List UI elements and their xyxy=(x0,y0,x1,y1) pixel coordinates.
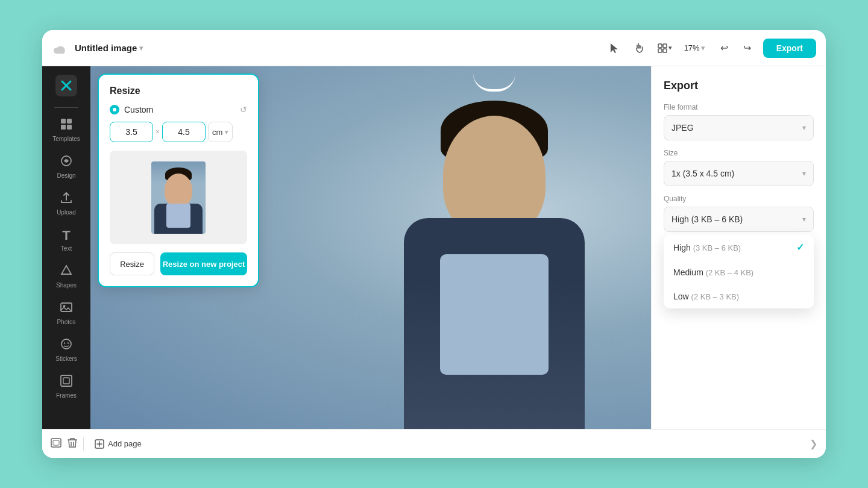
export-panel-title: Export xyxy=(664,80,814,92)
design-label: Design xyxy=(57,172,75,179)
grid-tool-button[interactable]: ▾ xyxy=(654,37,676,59)
resize-inputs: × cm ▾ xyxy=(110,122,247,142)
sidebar-item-stickers[interactable]: Stickers xyxy=(46,333,87,367)
svg-rect-5 xyxy=(61,119,66,124)
cursor-tool-button[interactable] xyxy=(603,37,625,59)
app-window: Untitled image ▾ xyxy=(42,30,826,458)
resize-preview xyxy=(110,151,247,244)
resize-buttons: Resize Resize on new project xyxy=(110,252,247,275)
shapes-label: Shapes xyxy=(56,282,77,289)
text-icon: T xyxy=(62,228,70,243)
canvas-area: Resize Custom ↺ × cm ▾ xyxy=(90,66,826,429)
photos-label: Photos xyxy=(57,319,75,325)
header: Untitled image ▾ xyxy=(42,30,826,66)
file-format-label: File format xyxy=(664,103,814,111)
shapes-icon xyxy=(60,264,73,280)
redo-button[interactable]: ↪ xyxy=(737,37,758,59)
header-center: ▾ 17% ▾ ↩ ↪ xyxy=(603,37,758,59)
sidebar-item-photos[interactable]: Photos xyxy=(46,296,87,330)
unit-select[interactable]: cm ▾ xyxy=(208,122,233,142)
undo-button[interactable]: ↩ xyxy=(714,37,735,59)
size-label: Size xyxy=(664,149,814,157)
dimension-separator: × xyxy=(156,128,160,136)
photos-icon xyxy=(60,301,73,317)
person-shirt xyxy=(440,254,549,375)
svg-rect-1 xyxy=(658,44,662,48)
quality-option-low[interactable]: Low (2 KB – 3 KB) xyxy=(664,284,814,308)
zoom-value: 17% xyxy=(684,43,700,52)
header-left: Untitled image ▾ xyxy=(52,40,599,57)
svg-rect-17 xyxy=(51,439,61,447)
hand-tool-button[interactable] xyxy=(629,37,650,59)
resize-button[interactable]: Resize xyxy=(110,252,154,275)
quality-dropdown-menu: High (3 KB – 6 KB) ✓ Medium (2 KB – 4 KB… xyxy=(664,234,814,308)
sidebar-item-frames[interactable]: Frames xyxy=(46,369,87,404)
quality-value: High (3 KB – 6 KB) xyxy=(671,214,743,224)
quality-checkmark-icon: ✓ xyxy=(796,242,804,253)
size-dropdown[interactable]: 1x (3.5 x 4.5 cm) ▾ xyxy=(664,161,814,186)
sidebar-item-upload[interactable]: Upload xyxy=(46,186,87,221)
sidebar: Templates Design xyxy=(42,66,90,429)
unit-chevron-icon: ▾ xyxy=(225,128,228,136)
sidebar-divider xyxy=(54,107,78,108)
svg-point-14 xyxy=(68,342,69,343)
resize-custom-row: Custom ↺ xyxy=(110,105,247,114)
quality-dropdown[interactable]: High (3 KB – 6 KB) ▾ xyxy=(664,207,814,232)
height-input[interactable] xyxy=(162,122,206,142)
bottom-separator xyxy=(83,437,84,451)
title-chevron-icon[interactable]: ▾ xyxy=(139,44,143,52)
add-page-label: Add page xyxy=(108,439,142,448)
stickers-icon xyxy=(60,337,73,354)
quality-option-medium[interactable]: Medium (2 KB – 4 KB) xyxy=(664,260,814,284)
document-title[interactable]: Untitled image ▾ xyxy=(75,43,143,53)
svg-rect-2 xyxy=(663,44,667,48)
cloud-icon[interactable] xyxy=(52,40,69,57)
sidebar-item-design[interactable]: Design xyxy=(46,149,87,184)
undo-redo-group: ↩ ↪ xyxy=(714,37,758,59)
svg-marker-0 xyxy=(611,43,618,53)
delete-page-icon[interactable] xyxy=(68,437,77,451)
svg-rect-15 xyxy=(61,375,72,386)
svg-rect-3 xyxy=(658,49,662,52)
sidebar-item-templates[interactable]: Templates xyxy=(46,113,87,147)
file-format-dropdown[interactable]: JPEG ▾ xyxy=(664,115,814,140)
frames-label: Frames xyxy=(56,392,77,399)
grid-chevron-icon: ▾ xyxy=(668,44,672,52)
svg-rect-8 xyxy=(67,125,72,130)
svg-point-12 xyxy=(61,339,71,349)
text-label: Text xyxy=(61,245,72,252)
file-format-chevron-icon: ▾ xyxy=(802,124,806,132)
quality-label: Quality xyxy=(664,195,814,203)
frames-icon xyxy=(60,374,73,390)
svg-rect-6 xyxy=(67,119,72,124)
radio-inner xyxy=(113,108,116,111)
svg-rect-7 xyxy=(61,125,66,130)
header-right: Export xyxy=(763,39,816,58)
app-logo[interactable] xyxy=(54,74,78,98)
sidebar-item-shapes[interactable]: Shapes xyxy=(46,259,87,293)
width-input[interactable] xyxy=(110,122,153,142)
custom-radio[interactable] xyxy=(110,105,119,114)
quality-option-high[interactable]: High (3 KB – 6 KB) ✓ xyxy=(664,234,814,260)
zoom-control[interactable]: 17% ▾ xyxy=(679,41,710,55)
page-thumbnail-icon[interactable] xyxy=(51,438,61,450)
person-silhouette xyxy=(404,218,585,429)
upload-icon xyxy=(60,191,73,207)
design-icon xyxy=(60,154,73,170)
main-area: Templates Design xyxy=(42,66,826,429)
resize-new-project-button[interactable]: Resize on new project xyxy=(160,252,247,275)
bottom-right-arrow[interactable]: ❯ xyxy=(810,438,817,449)
quality-section: High (3 KB – 6 KB) ▾ High (3 KB – 6 KB) … xyxy=(664,207,814,232)
svg-point-13 xyxy=(64,342,65,343)
svg-rect-4 xyxy=(663,49,667,52)
preview-shirt xyxy=(166,204,190,228)
sidebar-item-text[interactable]: T Text xyxy=(46,223,87,257)
quality-low-label: Low (2 KB – 3 KB) xyxy=(673,292,739,301)
svg-rect-18 xyxy=(53,440,59,445)
templates-label: Templates xyxy=(52,136,80,142)
upload-label: Upload xyxy=(57,209,76,216)
reset-icon[interactable]: ↺ xyxy=(240,105,247,114)
export-button[interactable]: Export xyxy=(763,39,816,58)
preview-head xyxy=(165,174,192,206)
add-page-button[interactable]: Add page xyxy=(90,437,146,451)
